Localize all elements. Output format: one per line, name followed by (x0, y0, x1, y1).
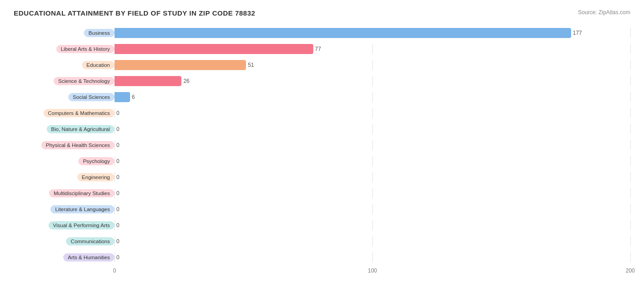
bar-value-label: 0 (116, 238, 120, 245)
bar-track: 26 (115, 76, 630, 86)
bar-row: Literature & Languages0 (14, 202, 630, 217)
bar-fill (115, 44, 313, 54)
bar-label-pill: Communications (66, 237, 115, 245)
bar-label-pill: Bio, Nature & Agricultural (47, 125, 115, 133)
bar-label-pill: Multidisciplinary Studies (49, 189, 115, 197)
bar-value-label: 0 (116, 126, 120, 132)
bar-track: 51 (115, 60, 630, 70)
bar-label: Business (14, 29, 115, 37)
chart-title: EDUCATIONAL ATTAINMENT BY FIELD OF STUDY… (14, 9, 255, 17)
bar-label-pill: Visual & Performing Arts (49, 221, 115, 229)
bar-label: Science & Technology (14, 77, 115, 85)
bar-row: Liberal Arts & History77 (14, 42, 630, 56)
x-axis-tick: 200 (626, 267, 635, 274)
bar-track: 177 (115, 28, 630, 38)
x-axis: 0100200 (14, 267, 630, 277)
bar-label-pill: Business (84, 29, 115, 37)
bar-track: 0 (115, 236, 630, 246)
bar-track: 0 (115, 220, 630, 230)
bar-label-pill: Social Sciences (68, 93, 115, 101)
bar-row: Physical & Health Sciences0 (14, 138, 630, 153)
bar-row: Visual & Performing Arts0 (14, 218, 630, 233)
bar-value-label: 0 (116, 142, 120, 148)
bar-row: Psychology0 (14, 154, 630, 169)
bar-row: Social Sciences6 (14, 90, 630, 104)
bar-value-label: 0 (116, 174, 120, 180)
bar-track: 0 (115, 252, 630, 262)
bar-label: Education (14, 61, 115, 69)
bar-value-label: 0 (116, 110, 120, 116)
bar-value-label: 77 (315, 46, 321, 52)
bar-label-pill: Education (82, 61, 115, 69)
x-axis-tick: 100 (368, 267, 377, 274)
bar-label: Communications (14, 237, 115, 245)
bar-value-label: 0 (116, 190, 120, 196)
bar-label-pill: Physical & Health Sciences (41, 141, 115, 149)
bar-label-pill: Literature & Languages (50, 205, 115, 213)
bar-label: Computers & Mathematics (14, 109, 115, 117)
bar-label: Bio, Nature & Agricultural (14, 125, 115, 133)
bar-fill (115, 28, 571, 38)
bar-value-label: 0 (116, 222, 120, 229)
x-axis-tick: 0 (113, 267, 116, 274)
bar-track: 0 (115, 172, 630, 182)
bar-label-pill: Computers & Mathematics (44, 109, 115, 117)
bar-value-label: 0 (116, 158, 120, 164)
bar-row: Multidisciplinary Studies0 (14, 186, 630, 201)
bar-track: 0 (115, 188, 630, 198)
bar-label: Multidisciplinary Studies (14, 189, 115, 197)
bar-label: Psychology (14, 157, 115, 165)
bar-value-label: 26 (183, 78, 189, 84)
bar-value-label: 51 (248, 62, 254, 68)
bar-label: Liberal Arts & History (14, 45, 115, 53)
bar-row: Education51 (14, 58, 630, 72)
bar-track: 0 (115, 204, 630, 214)
chart-area: Business177Liberal Arts & History77Educa… (14, 26, 630, 277)
bar-value-label: 0 (116, 206, 120, 213)
bar-value-label: 6 (132, 94, 135, 100)
bar-track: 6 (115, 92, 630, 102)
bar-row: Bio, Nature & Agricultural0 (14, 122, 630, 136)
bar-label: Arts & Humanities (14, 253, 115, 262)
bars-container: Business177Liberal Arts & History77Educa… (14, 26, 630, 265)
bar-row: Engineering0 (14, 170, 630, 185)
bar-label-pill: Liberal Arts & History (56, 45, 115, 53)
bar-row: Arts & Humanities0 (14, 250, 630, 265)
bar-label: Social Sciences (14, 93, 115, 101)
bar-track: 0 (115, 156, 630, 166)
bar-row: Communications0 (14, 234, 630, 249)
bar-label-pill: Arts & Humanities (63, 253, 115, 262)
bar-row: Computers & Mathematics0 (14, 106, 630, 120)
bar-row: Business177 (14, 26, 630, 40)
bar-value-label: 0 (116, 254, 120, 261)
bar-fill (115, 76, 181, 86)
bar-label-pill: Engineering (77, 173, 115, 181)
bar-label-pill: Psychology (78, 157, 115, 165)
bar-row: Science & Technology26 (14, 74, 630, 88)
bar-track: 0 (115, 108, 630, 118)
bar-value-label: 177 (573, 30, 582, 36)
bar-label: Literature & Languages (14, 205, 115, 213)
bar-track: 77 (115, 44, 630, 54)
bar-label: Engineering (14, 173, 115, 181)
bar-track: 0 (115, 140, 630, 150)
bar-label: Visual & Performing Arts (14, 221, 115, 229)
source-label: Source: ZipAtlas.com (578, 9, 630, 16)
bar-track: 0 (115, 124, 630, 134)
bar-label: Physical & Health Sciences (14, 141, 115, 149)
bar-label-pill: Science & Technology (54, 77, 115, 85)
bar-fill (115, 92, 130, 102)
bar-fill (115, 60, 246, 70)
